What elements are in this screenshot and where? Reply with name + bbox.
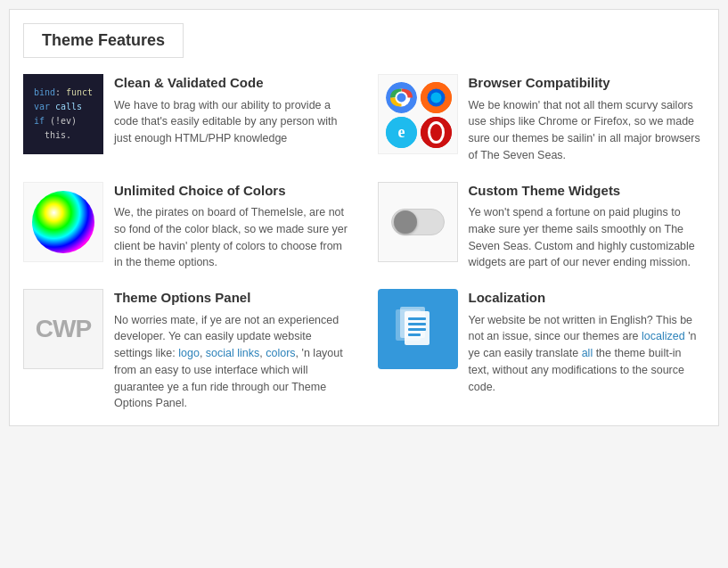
icon-toggle	[378, 182, 458, 262]
opera-icon	[421, 117, 452, 148]
feature-content-theme-options: Theme Options Panel No worries mate, if …	[114, 289, 351, 412]
features-grid: bind: funct var calls if (!ev) this. Cle…	[23, 74, 705, 412]
feature-title-colors: Unlimited Choice of Colors	[114, 182, 351, 200]
feature-title-widgets: Custom Theme Widgets	[469, 182, 706, 200]
feature-desc-colors: We, the pirates on board of ThemeIsle, a…	[114, 204, 351, 271]
feature-desc-clean-code: We have to brag with our ability to prov…	[114, 97, 351, 147]
feature-item-widgets: Custom Theme Widgets Ye won't spend a fo…	[378, 182, 706, 272]
section-title: Theme Features	[23, 23, 184, 58]
features-container: Theme Features bind: funct var calls if …	[9, 9, 719, 426]
ie-icon: e	[386, 117, 417, 148]
svg-text:e: e	[397, 123, 405, 141]
cwp-label: CWP	[36, 315, 91, 343]
toggle-knob	[394, 210, 417, 234]
icon-cwp: CWP	[23, 289, 103, 369]
firefox-icon	[421, 82, 452, 113]
feature-content-localization: Localization Yer website be not written …	[469, 289, 706, 395]
icon-clean-code: bind: funct var calls if (!ev) this.	[23, 74, 103, 154]
icon-browsers: e	[378, 74, 458, 154]
feature-item-theme-options: CWP Theme Options Panel No worries mate,…	[23, 289, 351, 412]
svg-rect-17	[408, 333, 421, 336]
icon-localization	[378, 289, 458, 369]
svg-rect-14	[408, 317, 426, 320]
feature-desc-theme-options: No worries mate, if ye are not an experi…	[114, 312, 351, 413]
feature-content-clean-code: Clean & Validated Code We have to brag w…	[114, 74, 351, 147]
color-sphere	[32, 191, 94, 253]
svg-rect-16	[408, 328, 426, 331]
toggle-switch	[391, 209, 445, 235]
localization-svg	[391, 302, 445, 356]
feature-title-localization: Localization	[469, 289, 706, 307]
icon-colors	[23, 182, 103, 262]
feature-item-colors: Unlimited Choice of Colors We, the pirat…	[23, 182, 351, 272]
feature-title-clean-code: Clean & Validated Code	[114, 74, 351, 92]
feature-item-clean-code: bind: funct var calls if (!ev) this. Cle…	[23, 74, 351, 164]
svg-point-6	[430, 93, 441, 103]
feature-content-browser-compat: Browser Compatibility We be knowin' that…	[469, 74, 706, 164]
feature-item-browser-compat: e Browser Compatibility We be knowin' th…	[378, 74, 706, 164]
feature-title-browser-compat: Browser Compatibility	[469, 74, 706, 92]
chrome-icon	[386, 82, 417, 113]
svg-rect-15	[408, 323, 426, 325]
feature-title-theme-options: Theme Options Panel	[114, 289, 351, 307]
feature-item-localization: Localization Yer website be not written …	[378, 289, 706, 412]
feature-desc-browser-compat: We be knowin' that not all them scurvy s…	[469, 97, 706, 164]
feature-content-widgets: Custom Theme Widgets Ye won't spend a fo…	[469, 182, 706, 272]
svg-point-3	[397, 94, 405, 103]
feature-desc-localization: Yer website be not written in English? T…	[469, 312, 706, 396]
feature-desc-widgets: Ye won't spend a fortune on paid plugins…	[469, 204, 706, 271]
feature-content-colors: Unlimited Choice of Colors We, the pirat…	[114, 182, 351, 272]
